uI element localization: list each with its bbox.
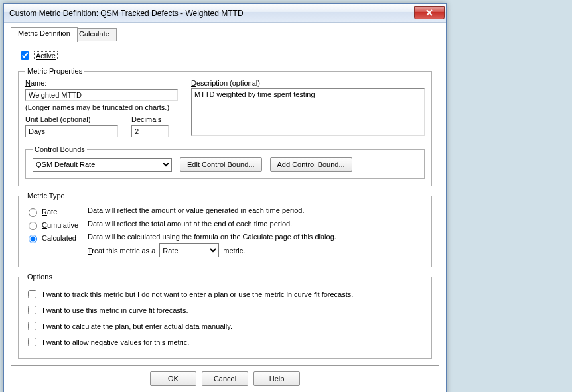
decimals-input[interactable] (131, 125, 169, 137)
close-icon (426, 9, 433, 16)
add-control-bound-button[interactable]: Add Control Bound... (270, 157, 352, 172)
decimals-label: Decimals (131, 115, 169, 123)
opt-negative-checkbox[interactable] (28, 338, 36, 346)
options-legend: Options (25, 273, 54, 281)
opt-track-only-label: I want to track this metric but I do not… (42, 291, 353, 298)
cumulative-desc: Data will reflect the total amount at th… (88, 220, 425, 228)
description-input[interactable] (191, 88, 425, 136)
calculated-radio[interactable] (29, 235, 37, 243)
metric-properties-group: Metric Properties Name: (Longer names ma… (18, 67, 432, 186)
help-button[interactable]: Help (253, 371, 300, 386)
treat-select[interactable]: Rate (159, 243, 219, 257)
opt-track-only-checkbox[interactable] (28, 290, 36, 298)
active-label: Active (34, 51, 58, 60)
metric-type-legend: Metric Type (25, 192, 67, 200)
metric-properties-legend: Metric Properties (25, 67, 84, 75)
opt-curvefit-label: I want to use this metric in curve fit f… (42, 306, 188, 314)
active-checkbox[interactable] (21, 51, 29, 60)
opt-manual-checkbox[interactable] (28, 322, 36, 330)
treat-label: Treat this metric as a (88, 247, 155, 255)
name-label: Name: (25, 79, 178, 87)
rate-radio[interactable] (29, 208, 37, 217)
titlebar: Custom Metric Definition: QSM Tracked De… (4, 4, 446, 23)
close-button[interactable] (414, 6, 445, 19)
options-group: Options I want to track this metric but … (18, 273, 432, 359)
client-area: Metric Definition Calculate Active Metri… (4, 23, 446, 392)
control-bounds-legend: Control Bounds (33, 145, 87, 153)
name-hint: (Longer names may be truncated on charts… (25, 103, 178, 111)
rate-desc: Data will reflect the amount or value ge… (88, 206, 425, 214)
calculated-desc: Data will be calculated using the formul… (88, 233, 425, 257)
tab-strip: Metric Definition Calculate (11, 28, 439, 42)
cumulative-radio-label[interactable]: Cumulative (25, 220, 78, 230)
control-bounds-group: Control Bounds QSM Default Rate Edit Con… (25, 145, 425, 179)
dialog-footer: OK Cancel Help (11, 366, 439, 392)
description-label: Description (optional) (191, 79, 425, 87)
tab-calculate[interactable]: Calculate (72, 28, 117, 41)
unit-label: Unit Label (optional) (25, 115, 118, 123)
metric-type-group: Metric Type Rate Data will reflect the a… (18, 192, 432, 267)
window-title: Custom Metric Definition: QSM Tracked De… (9, 9, 414, 18)
control-bounds-select[interactable]: QSM Default Rate (33, 158, 172, 172)
calculated-desc-text: Data will be calculated using the formul… (88, 233, 425, 241)
cancel-button[interactable]: Cancel (202, 371, 248, 386)
ok-button[interactable]: OK (150, 371, 196, 386)
tab-body: Active Metric Properties Name: (Longer n… (11, 42, 439, 366)
unit-input[interactable] (25, 125, 118, 137)
dialog-window: Custom Metric Definition: QSM Tracked De… (3, 3, 447, 392)
opt-negative-label: I want to allow negative values for this… (42, 338, 189, 346)
cumulative-radio[interactable] (29, 222, 37, 230)
opt-manual-label: I want to calculate the plan, but enter … (42, 322, 232, 330)
name-input[interactable] (25, 89, 178, 101)
opt-curvefit-checkbox[interactable] (28, 306, 36, 314)
treat-suffix: metric. (223, 247, 245, 255)
tab-metric-definition[interactable]: Metric Definition (11, 27, 78, 42)
rate-radio-label[interactable]: Rate (25, 206, 78, 217)
calculated-radio-label[interactable]: Calculated (25, 233, 78, 243)
edit-control-bound-button[interactable]: Edit Control Bound... (180, 157, 262, 172)
active-row: Active (18, 49, 432, 62)
